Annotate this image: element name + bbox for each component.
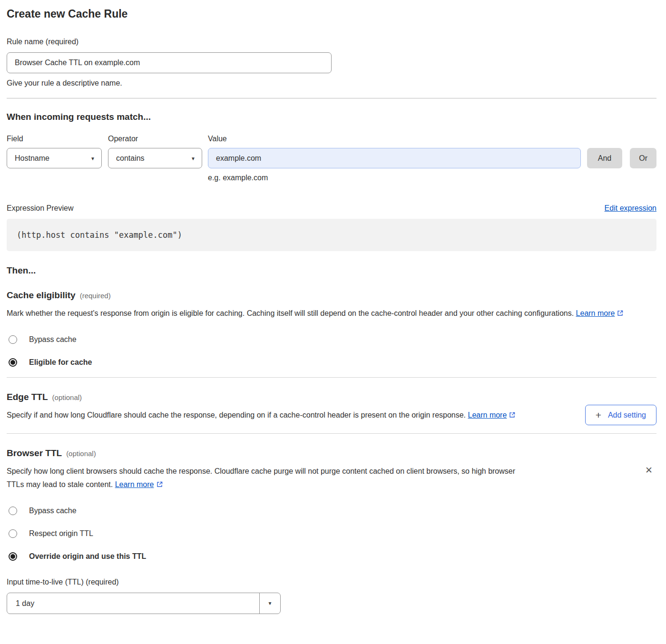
edge-ttl-section: Edge TTL (optional) + Add setting Specif…: [7, 392, 656, 423]
radio-label: Override origin and use this TTL: [29, 552, 146, 561]
match-condition-row: Hostname ▼ contains ▼ example.com And Or: [7, 148, 656, 168]
radio-option-bypass-cache[interactable]: Bypass cache: [9, 507, 656, 515]
expression-preview-label: Expression Preview: [7, 204, 74, 213]
plus-icon: +: [596, 410, 601, 420]
or-button[interactable]: Or: [630, 148, 656, 168]
cache-eligibility-description-text: Mark whether the request's response from…: [7, 309, 574, 317]
add-setting-label: Add setting: [608, 411, 646, 420]
rule-name-value: Browser Cache TTL on example.com: [15, 59, 140, 67]
field-select[interactable]: Hostname ▼: [7, 148, 102, 168]
match-column-labels: Field Operator Value: [7, 135, 656, 143]
chevron-down-icon: ▼: [191, 156, 196, 161]
browser-ttl-description-text: Specify how long client browsers should …: [7, 467, 515, 488]
section-divider: [7, 433, 656, 434]
section-divider: [7, 98, 656, 98]
radio-label: Bypass cache: [29, 335, 77, 344]
cache-eligibility-section: Cache eligibility (required) Mark whethe…: [7, 290, 656, 367]
learn-more-link[interactable]: Learn more: [576, 309, 615, 317]
value-hint: e.g. example.com: [208, 174, 656, 182]
edge-ttl-optional-tag: (optional): [52, 393, 82, 401]
value-input-text: example.com: [216, 154, 261, 163]
then-heading: Then...: [7, 265, 656, 276]
chevron-down-icon: ▼: [90, 156, 95, 161]
add-setting-button[interactable]: + Add setting: [585, 405, 656, 425]
and-button[interactable]: And: [587, 148, 622, 168]
external-link-icon: [509, 412, 516, 420]
external-link-icon: [156, 481, 163, 489]
radio-option-eligible-for-cache[interactable]: Eligible for cache: [9, 358, 656, 367]
edge-ttl-description-text: Specify if and how long Cloudflare shoul…: [7, 411, 466, 419]
chevron-down-icon: ▼: [259, 593, 280, 614]
rule-name-helper: Give your rule a descriptive name.: [7, 79, 656, 88]
radio-option-override-origin-ttl[interactable]: Override origin and use this TTL: [9, 552, 656, 561]
expression-code-block: (http.host contains "example.com"): [7, 219, 656, 251]
close-icon[interactable]: ✕: [644, 465, 654, 475]
browser-ttl-description: Specify how long client browsers should …: [7, 465, 525, 492]
radio-unselected-icon: [9, 529, 17, 538]
edge-ttl-title-row: Edge TTL (optional): [7, 392, 656, 402]
expression-preview-row: Expression Preview Edit expression: [7, 204, 656, 213]
value-input[interactable]: example.com: [208, 148, 581, 168]
field-select-value: Hostname: [15, 154, 49, 163]
cache-eligibility-title: Cache eligibility: [7, 290, 76, 301]
edit-expression-link[interactable]: Edit expression: [605, 204, 656, 213]
radio-option-respect-origin-ttl[interactable]: Respect origin TTL: [9, 529, 656, 538]
match-heading: When incoming requests match...: [7, 112, 656, 122]
operator-select-value: contains: [116, 154, 145, 163]
radio-label: Bypass cache: [29, 507, 77, 515]
cache-eligibility-required-tag: (required): [80, 292, 111, 300]
browser-ttl-optional-tag: (optional): [66, 449, 96, 458]
browser-ttl-title: Browser TTL: [7, 448, 62, 459]
operator-column-label: Operator: [108, 135, 208, 143]
ttl-input-label: Input time-to-live (TTL) (required): [7, 578, 656, 586]
radio-option-bypass-cache[interactable]: Bypass cache: [9, 335, 656, 344]
learn-more-link[interactable]: Learn more: [468, 411, 507, 419]
external-link-icon: [617, 310, 624, 318]
radio-unselected-icon: [9, 507, 17, 515]
edge-ttl-description: Specify if and how long Cloudflare shoul…: [7, 409, 537, 423]
page-title: Create new Cache Rule: [7, 8, 656, 20]
rule-name-label: Rule name (required): [7, 38, 656, 46]
rule-name-input[interactable]: Browser Cache TTL on example.com: [7, 52, 332, 73]
create-cache-rule-page: Create new Cache Rule Rule name (require…: [0, 0, 666, 624]
cache-eligibility-title-row: Cache eligibility (required): [7, 290, 656, 301]
browser-ttl-section: Browser TTL (optional) ✕ Specify how lon…: [7, 448, 656, 614]
value-column-label: Value: [208, 135, 227, 143]
edge-ttl-title: Edge TTL: [7, 392, 48, 402]
section-divider: [7, 377, 656, 378]
browser-ttl-title-row: Browser TTL (optional): [7, 448, 656, 459]
ttl-select-value: 1 day: [7, 593, 34, 614]
field-column-label: Field: [7, 135, 108, 143]
radio-label: Respect origin TTL: [29, 529, 93, 538]
radio-selected-icon: [9, 552, 17, 561]
cache-eligibility-description: Mark whether the request's response from…: [7, 307, 649, 321]
operator-select[interactable]: contains ▼: [108, 148, 202, 168]
learn-more-link[interactable]: Learn more: [115, 480, 154, 488]
radio-unselected-icon: [9, 335, 17, 344]
radio-label: Eligible for cache: [29, 358, 92, 367]
radio-selected-icon: [9, 358, 17, 367]
ttl-select[interactable]: 1 day ▼: [7, 593, 281, 614]
